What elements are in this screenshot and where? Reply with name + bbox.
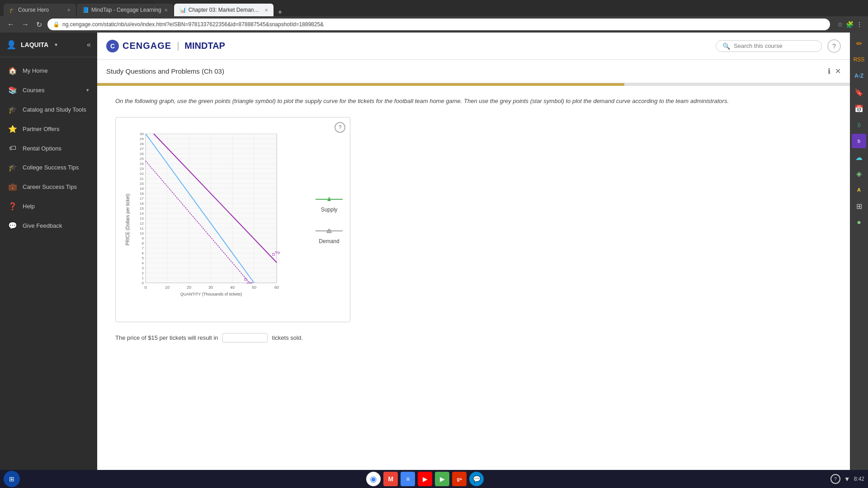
taskbar-app-gmail[interactable]: M (383, 472, 398, 486)
tab-course-hero[interactable]: 🎓 Course Hero ✕ (4, 4, 76, 16)
svg-text:17: 17 (140, 197, 144, 201)
wifi-icon: ▼ (844, 475, 850, 483)
rental-icon: 🏷 (8, 144, 17, 152)
y-tick-labels: 30 29 28 27 26 25 24 23 22 (140, 132, 144, 285)
logo-divider: | (177, 41, 179, 51)
instruction-text: On the following graph, use the green po… (115, 97, 832, 106)
signal-toolbar-button[interactable]: )) (852, 117, 866, 132)
tab-close-1[interactable]: ✕ (67, 8, 71, 13)
taskbar-app-play[interactable]: ▶ (435, 472, 449, 486)
panel-title: Study Questions and Problems (Ch 03) (106, 67, 828, 75)
extensions-button[interactable]: 🧩 (846, 21, 854, 28)
tab-close-3[interactable]: ✕ (264, 8, 268, 13)
sidebar-collapse-button[interactable]: « (87, 41, 91, 49)
tab-chapter03[interactable]: 📊 Chapter 03: Market Demand and... ✕ (174, 4, 274, 16)
legend-demand: Demand (316, 226, 343, 244)
browser-chrome: 🎓 Course Hero ✕ 📘 MindTap - Cengage Lear… (0, 0, 868, 33)
tab-mindtap[interactable]: 📘 MindTap - Cengage Learning ✕ (77, 4, 173, 16)
sidebar-label-career: Career Success Tips (23, 183, 77, 190)
partner-icon: ⭐ (8, 125, 17, 133)
d-low-sub: Low (247, 281, 253, 284)
sidebar-item-college-success[interactable]: 🎓 College Success Tips (0, 158, 97, 177)
svg-text:10: 10 (165, 285, 170, 290)
refresh-button[interactable]: ↻ (34, 20, 44, 29)
panel-info-button[interactable]: ℹ (828, 67, 830, 75)
sidebar-item-courses[interactable]: 📚 Courses ▾ (0, 80, 97, 100)
tab-favicon-3: 📊 (179, 7, 186, 13)
taskbar-app-chrome[interactable]: ◉ (366, 472, 381, 486)
panel-close-button[interactable]: ✕ (835, 67, 841, 75)
svg-text:7: 7 (142, 246, 144, 250)
sidebar-item-career-success[interactable]: 💼 Career Success Tips (0, 177, 97, 197)
help-icon: ❓ (8, 202, 17, 211)
search-input[interactable] (734, 42, 815, 49)
tab-bar: 🎓 Course Hero ✕ 📘 MindTap - Cengage Lear… (0, 0, 868, 16)
courses-icon: 📚 (8, 86, 17, 94)
taskbar-app-gplus[interactable]: g+ (452, 472, 467, 486)
bookmark-star-button[interactable]: ☆ (837, 21, 843, 28)
taskbar-app-docs[interactable]: ≡ (401, 472, 415, 486)
sidebar-item-catalog[interactable]: 🎓 Catalog and Study Tools (0, 100, 97, 119)
college-icon: 🎓 (8, 163, 17, 172)
sidebar-item-give-feedback[interactable]: 💬 Give Feedback (0, 216, 97, 235)
forward-button[interactable]: → (20, 20, 31, 28)
circle-toolbar-button[interactable]: ● (852, 215, 866, 230)
new-tab-button[interactable]: + (274, 8, 286, 16)
maps-toolbar-button[interactable]: ◈ (852, 166, 866, 181)
tickets-sold-input[interactable] (222, 333, 268, 343)
sidebar-label-feedback: Give Feedback (23, 222, 62, 229)
grid-toolbar-button[interactable]: ⊞ (852, 199, 866, 213)
feedback-icon: 💬 (8, 221, 17, 230)
panel-header: Study Questions and Problems (Ch 03) ℹ ✕ (97, 60, 850, 83)
svg-text:3: 3 (142, 266, 144, 270)
url-bar[interactable]: 🔒 ng.cengage.com/static/nb/ui/evo/index.… (47, 19, 830, 30)
search-area: 🔍 (716, 40, 822, 52)
supply-legend-label: Supply (321, 206, 338, 213)
svg-text:30: 30 (140, 132, 144, 136)
courses-chevron-icon: ▾ (86, 87, 89, 93)
benge-toolbar-button[interactable]: b (852, 134, 866, 148)
sidebar-label-courses: Courses (23, 87, 44, 94)
header-help-button[interactable]: ? (827, 39, 841, 53)
taskbar-start-button[interactable]: ⊞ (4, 471, 20, 487)
svg-text:0: 0 (142, 281, 144, 285)
az2-toolbar-button[interactable]: A (852, 183, 866, 197)
bookmark-toolbar-button[interactable]: 🔖 (852, 85, 866, 99)
calendar-toolbar-button[interactable]: 📅 (852, 101, 866, 116)
url-text: ng.cengage.com/static/nb/ui/evo/index.ht… (62, 21, 324, 28)
sidebar-item-rental[interactable]: 🏷 Rental Options (0, 139, 97, 158)
chart-area: PRICE (Dollars per ticket) (123, 125, 307, 314)
tab-title-1: Course Hero (18, 7, 64, 13)
cloud-toolbar-button[interactable]: ☁ (852, 150, 866, 164)
tab-favicon-2: 📘 (82, 7, 89, 13)
back-button[interactable]: ← (5, 20, 16, 28)
sidebar-label-help: Help (23, 203, 35, 210)
rss-toolbar-button[interactable]: RSS (852, 52, 866, 67)
svg-text:21: 21 (140, 177, 144, 181)
sidebar-user[interactable]: 👤 LAQUITA ▾ « (0, 33, 97, 57)
legend-supply: Supply (316, 195, 343, 213)
graph-inner: PRICE (Dollars per ticket) (123, 125, 343, 314)
sidebar-item-my-home[interactable]: 🏠 My Home (0, 61, 97, 80)
graph-help-button[interactable]: ? (335, 122, 345, 133)
svg-text:15: 15 (140, 206, 144, 211)
taskbar-app-msg[interactable]: 💬 (469, 472, 484, 486)
app-container: 👤 LAQUITA ▾ « 🏠 My Home 📚 Courses ▾ 🎓 Ca… (0, 33, 868, 470)
svg-text:6: 6 (142, 251, 144, 255)
taskbar-app-youtube[interactable]: ▶ (418, 472, 432, 486)
content-area: Study Questions and Problems (Ch 03) ℹ ✕… (97, 60, 850, 470)
sidebar-label-catalog: Catalog and Study Tools (23, 106, 86, 113)
svg-text:27: 27 (140, 147, 144, 151)
sidebar-item-partner-offers[interactable]: ⭐ Partner Offers (0, 119, 97, 139)
az-toolbar-button[interactable]: A-Z (852, 69, 866, 83)
panel-header-actions: ℹ ✕ (828, 67, 841, 75)
svg-text:2: 2 (142, 271, 144, 275)
sidebar-item-help[interactable]: ❓ Help (0, 197, 97, 216)
taskbar-question-button[interactable]: ? (830, 474, 840, 484)
tab-title-3: Chapter 03: Market Demand and... (189, 7, 262, 13)
right-toolbar: ✏ RSS A-Z 🔖 📅 )) b ☁ ◈ A ⊞ ● (850, 33, 868, 470)
menu-button[interactable]: ⋮ (856, 21, 863, 28)
edit-toolbar-button[interactable]: ✏ (852, 36, 866, 51)
tab-close-2[interactable]: ✕ (164, 8, 168, 13)
supply-legend-line (316, 195, 343, 204)
